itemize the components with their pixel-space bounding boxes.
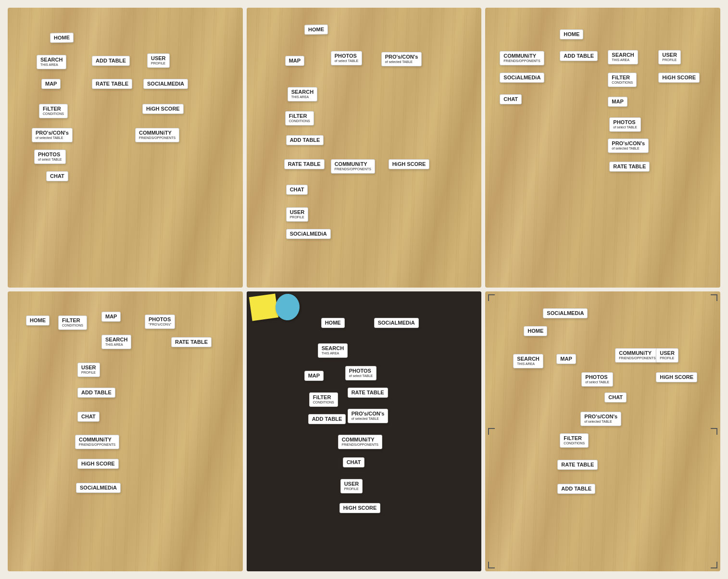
photo-cell-6: SOCiALMEDiAHOMESEARCHTHIS AREAMAPCOMMUNi… <box>485 291 720 571</box>
card-item: SOCiALMEDiA <box>374 318 419 328</box>
card-item: PRO's/CON'sof selected TABLE <box>580 412 621 426</box>
photo-cell-2: HOMEMAPPHOTOSof select TABLEPRO's/CON'so… <box>247 8 482 288</box>
wood-background-3: HOMECOMMUNiTYFRiENDS/OPPONENTSADD TABLES… <box>485 8 720 288</box>
card-item: CHAT <box>604 392 627 403</box>
card-item: USERPROFILE <box>656 348 678 363</box>
card-item: COMMUNiTYFRiENDS/OPPONENTS <box>500 51 544 65</box>
card-item: FiLTERCONDITIONS <box>560 433 589 448</box>
photo-cell-3: HOMECOMMUNiTYFRiENDS/OPPONENTSADD TABLES… <box>485 8 720 288</box>
card-item: MAP <box>304 371 324 381</box>
card-item: SOCiALMEDiA <box>543 308 588 318</box>
card-item: SEARCHTHIS AREA <box>608 50 638 64</box>
card-item: HOME <box>50 33 74 43</box>
card-item: PRO's/CON'sof selected TABLE <box>348 409 389 423</box>
card-item: PHOTOSof select TABLE <box>581 372 613 387</box>
bracket-mid-right <box>711 428 717 435</box>
card-item: SOCIALMEDIA <box>143 79 188 89</box>
card-item: CHAT <box>286 185 308 195</box>
card-item: HOME <box>560 29 583 39</box>
bracket-top-right <box>711 294 717 301</box>
card-item: SEARCHTHIS AREA <box>288 87 317 101</box>
card-item: PRO's/CON'sof selected TABLE <box>381 52 422 66</box>
card-item: HiGH SCORE <box>656 372 697 382</box>
card-item: SOCiALMEDiA <box>76 483 121 493</box>
card-item: COMMUNiTYFRiENDS/OPPONENTS <box>338 435 382 449</box>
sticky-note-yellow <box>249 293 278 321</box>
card-item: HiGH SCORE <box>77 459 119 469</box>
card-item: COMMUNiTYFRiENDS/OPPONENTS <box>615 348 659 363</box>
card-item: PHOTOSof select TABLE <box>345 366 377 380</box>
card-item: FiLTERCONDITIONS <box>285 111 314 126</box>
card-item: MAP <box>41 79 61 89</box>
photo-cell-5: HOMESOCiALMEDiASEARCHTHIS AREAMAPPHOTOSo… <box>247 291 482 571</box>
card-item: ADD TABLE <box>560 51 598 61</box>
card-item: RATE TABLE <box>609 162 650 172</box>
card-item: SOCiALMEDiA <box>286 229 331 239</box>
card-item: PHOTOSof select TABLE <box>331 51 363 65</box>
photo-cell-4: HOMEFiLTERCONDITIONSMAPSEARCHTHIS AREAPH… <box>8 291 243 571</box>
card-item: SOCiALMEDiA <box>500 73 544 83</box>
card-item: RATE TABLE <box>171 337 212 347</box>
card-item: FiLTERCONDITIONS <box>309 392 338 407</box>
card-item: COMMUNiTYFRiENDS/OPPONENTS <box>331 159 375 174</box>
card-item: HiGH SCORE <box>658 73 700 83</box>
card-item: HOME <box>304 25 327 35</box>
card-item: MAP <box>608 97 627 107</box>
card-item: RATE TABLE <box>284 159 325 169</box>
card-item: COMMUNiTYFRiENDS/OPPONENTS <box>135 128 179 142</box>
card-item: RATE TABLE <box>348 388 388 398</box>
card-item: PHOTOSof select TABLE <box>609 117 641 132</box>
card-item: USERPROFILE <box>77 363 100 377</box>
card-item: SEARCHTHIS AREA <box>318 343 348 358</box>
card-item: FiLTERCONDITIONS <box>39 104 68 118</box>
card-item: PRO's/CON'sof selected TABLE <box>32 128 73 142</box>
wood-background-2: HOMEMAPPHOTOSof select TABLEPRO's/CON'so… <box>247 8 482 288</box>
card-item: USERPROFILE <box>340 479 363 493</box>
card-item: USERPROFILE <box>147 53 170 68</box>
wood-background-6: SOCiALMEDiAHOMESEARCHTHIS AREAMAPCOMMUNi… <box>485 291 720 571</box>
bracket-bottom-left <box>488 562 495 568</box>
card-item: ADD TABLE <box>557 484 595 494</box>
card-item: PRO's/CON'sof selected TABLE <box>608 138 649 153</box>
photo-cell-1: HOMESEARCHTHIS AREAADD TABLEUSERPROFILEM… <box>8 8 243 288</box>
card-item: SEARCHTHIS AREA <box>513 354 543 368</box>
card-item: USERPROFILE <box>286 207 309 222</box>
card-item: SEARCHTHIS AREA <box>37 55 66 69</box>
card-item: CHAT <box>343 457 365 467</box>
card-item: HiGH SCORE <box>389 159 430 169</box>
card-item: HiGH SCORE <box>142 104 184 114</box>
main-grid: HOMESEARCHTHIS AREAADD TABLEUSERPROFILEM… <box>0 0 728 579</box>
card-item: MAP <box>101 312 121 322</box>
card-item: HOME <box>26 315 50 326</box>
card-item: RATE TABLE <box>92 79 132 89</box>
card-item: PHOTOSof select TABLE <box>34 150 66 164</box>
card-item: CHAT <box>77 412 100 422</box>
card-item: COMMUNiTYFRiENDS/OPPONENTS <box>75 435 119 449</box>
card-item: USERPROFILE <box>658 50 681 64</box>
bracket-bottom-right <box>711 562 717 568</box>
bracket-top-left <box>488 294 495 301</box>
card-item: ADD TABLE <box>286 135 324 145</box>
bracket-mid-left <box>488 428 495 435</box>
card-item: PHOTOS"PRO's/CON's" <box>145 315 175 329</box>
card-item: FiLTERCONDITIONS <box>608 73 637 87</box>
card-item: HOME <box>321 318 345 328</box>
card-item: MAP <box>285 56 304 66</box>
card-item: RATE TABLE <box>557 460 598 470</box>
card-item: MAP <box>556 354 576 364</box>
card-item: ADD TABLE <box>308 414 346 424</box>
card-item: CHAT <box>500 94 522 104</box>
dark-background-5: HOMESOCiALMEDiASEARCHTHIS AREAMAPPHOTOSo… <box>247 291 482 571</box>
card-item: HOME <box>524 326 547 336</box>
card-item: ADD TABLE <box>77 388 115 398</box>
card-item: SEARCHTHIS AREA <box>101 335 131 349</box>
card-item: HiGH SCORE <box>339 503 381 513</box>
wood-background-4: HOMEFiLTERCONDITIONSMAPSEARCHTHIS AREAPH… <box>8 291 243 571</box>
card-item: ADD TABLE <box>92 56 130 66</box>
card-item: FiLTERCONDITIONS <box>58 315 87 330</box>
wood-background-1: HOMESEARCHTHIS AREAADD TABLEUSERPROFILEM… <box>8 8 243 288</box>
card-item: CHAT <box>46 171 68 181</box>
